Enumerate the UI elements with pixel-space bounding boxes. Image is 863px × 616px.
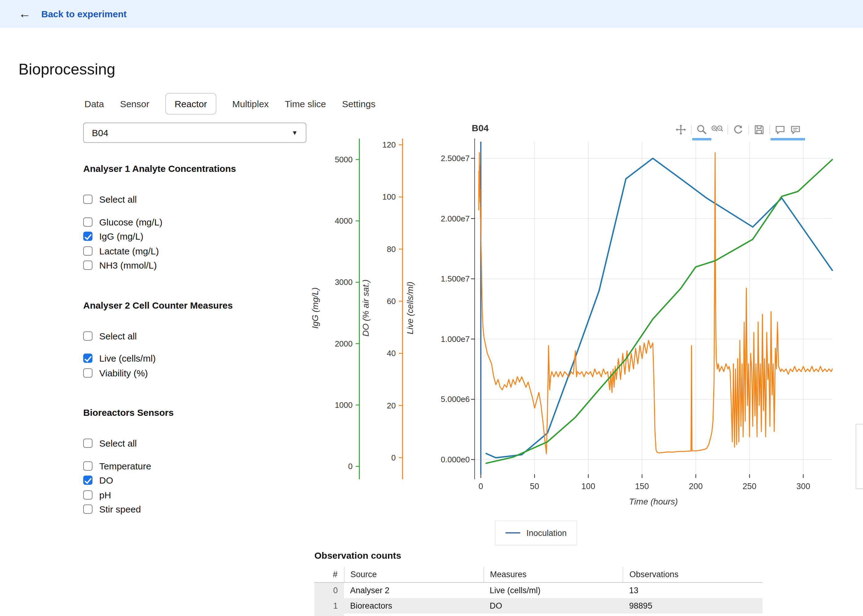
tab-reactor[interactable]: Reactor [165, 93, 216, 115]
series-do [479, 153, 832, 454]
svg-text:100: 100 [383, 192, 396, 201]
checkbox-item-live-cells-ml[interactable]: Live (cells/ml) [83, 351, 313, 366]
checkbox-select-all[interactable] [83, 195, 93, 204]
page-title: Bioprocessing [19, 60, 115, 78]
series-live-cells-ml [486, 158, 832, 458]
checkbox-label: pH [99, 490, 111, 500]
checkbox-item-select-all[interactable]: Select all [83, 192, 313, 207]
checkbox-nh3-mmol-l[interactable] [83, 261, 93, 270]
svg-text:1000: 1000 [335, 401, 353, 410]
modebar-separator [748, 125, 749, 134]
svg-text:5000: 5000 [335, 155, 353, 164]
filter-group-bioreactors-sensors: Bioreactors SensorsSelect allTemperature… [83, 407, 313, 517]
checkbox-item-select-all[interactable]: Select all [83, 328, 313, 343]
cell-index: 2 [314, 614, 344, 616]
inoculation-label: Inoculation [526, 528, 567, 537]
pan-icon[interactable] [673, 122, 688, 137]
col-header-observations: Observations [623, 567, 762, 582]
tab-multiplex[interactable]: Multiplex [232, 94, 269, 114]
zoom-in-out-icon[interactable] [710, 122, 725, 137]
reactor-chart[interactable]: 0.000e05.000e61.000e71.500e72.000e72.500… [296, 120, 863, 517]
observation-counts-table: # Source Measures Observations 0Analyser… [314, 567, 762, 616]
measure-filters: Analyser 1 Analyte ConcentrationsSelect … [83, 163, 313, 544]
back-to-experiment-link[interactable]: Back to experiment [41, 9, 127, 19]
checkbox-label: Stir speed [99, 504, 141, 515]
svg-text:B04: B04 [472, 123, 488, 133]
notes-icon[interactable] [772, 122, 788, 137]
checkbox-item-stir-speed[interactable]: Stir speed [83, 502, 313, 517]
cell-source: Analyser 1 [344, 614, 483, 616]
checkbox-label: Select all [99, 331, 137, 341]
svg-text:Time (hours): Time (hours) [629, 497, 678, 506]
tab-sensor[interactable]: Sensor [120, 94, 149, 114]
svg-text:2.000e7: 2.000e7 [441, 214, 470, 223]
svg-text:50: 50 [530, 482, 539, 491]
zoom-icon[interactable] [694, 122, 710, 137]
cell-observations: 98895 [623, 598, 762, 614]
tab-bar: DataSensorReactorMultiplexTime sliceSett… [85, 93, 375, 115]
cell-source: Bioreactors [344, 598, 483, 614]
checkbox-item-ph[interactable]: pH [83, 487, 313, 502]
checkbox-item-viability[interactable]: Viability (%) [83, 366, 313, 380]
tab-time-slice[interactable]: Time slice [285, 94, 326, 114]
chart-legend: Live (cells/ml)DOIgG (mg/L) [856, 424, 863, 489]
autoscale-icon[interactable] [731, 122, 746, 137]
checkbox-lactate-mg-l[interactable] [83, 247, 93, 256]
checkbox-item-igg-mg-l[interactable]: IgG (mg/L) [83, 229, 313, 244]
checkbox-do[interactable] [83, 476, 93, 485]
tab-settings[interactable]: Settings [342, 94, 375, 114]
cell-index: 0 [314, 582, 344, 598]
checkbox-ph[interactable] [83, 490, 93, 500]
checkbox-item-select-all[interactable]: Select all [83, 436, 313, 451]
observation-counts-section: Observation counts # Source Measures Obs… [314, 550, 762, 616]
checkbox-item-nh3-mmol-l[interactable]: NH3 (mmol/L) [83, 258, 313, 273]
inoculation-legend[interactable]: Inoculation [495, 520, 577, 545]
checkbox-item-do[interactable]: DO [83, 473, 313, 487]
checkbox-item-glucose-mg-l[interactable]: Glucose (mg/L) [83, 215, 313, 229]
checkbox-select-all[interactable] [83, 439, 93, 448]
chart-modebar [673, 121, 803, 137]
checkbox-item-temperature[interactable]: Temperature [83, 459, 313, 473]
checkbox-igg-mg-l[interactable] [83, 232, 93, 241]
reactor-select[interactable]: B04 ▼ [83, 123, 306, 143]
col-header-index: # [314, 567, 344, 582]
checkbox-item-lactate-mg-l[interactable]: Lactate (mg/L) [83, 244, 313, 258]
svg-text:80: 80 [387, 245, 396, 254]
back-arrow-icon[interactable]: ← [19, 7, 31, 21]
svg-text:Live (cells/ml): Live (cells/ml) [405, 281, 415, 334]
series-igg-mg-l [486, 160, 832, 463]
tab-data[interactable]: Data [85, 94, 104, 114]
checkbox-label: Lactate (mg/L) [99, 246, 159, 256]
svg-text:5.000e6: 5.000e6 [441, 394, 470, 404]
notes-alt-icon[interactable] [788, 122, 803, 137]
save-icon[interactable] [751, 122, 767, 137]
checkbox-stir-speed[interactable] [83, 505, 93, 514]
svg-text:60: 60 [387, 297, 396, 306]
table-row: 2Analyser 1IgG (mg/L)14 [314, 614, 762, 616]
svg-text:2000: 2000 [335, 339, 353, 348]
checkbox-glucose-mg-l[interactable] [83, 217, 93, 227]
svg-text:150: 150 [635, 482, 649, 491]
checkbox-label: DO [99, 475, 113, 486]
checkbox-label: Viability (%) [99, 368, 148, 378]
checkbox-select-all[interactable] [83, 332, 93, 341]
checkbox-label: Select all [99, 194, 137, 205]
checkbox-label: IgG (mg/L) [99, 231, 143, 242]
checkbox-live-cells-ml[interactable] [83, 354, 93, 363]
chart-area: 0.000e05.000e61.000e71.500e72.000e72.500… [296, 120, 863, 517]
group-heading: Analyser 2 Cell Counter Measures [83, 300, 313, 310]
checkbox-label: Select all [99, 438, 137, 449]
table-header-row: # Source Measures Observations [314, 567, 762, 582]
checkbox-temperature[interactable] [83, 461, 93, 471]
table-row: 0Analyser 2Live (cells/ml)13 [314, 582, 762, 598]
svg-text:250: 250 [742, 482, 756, 491]
col-header-measures: Measures [483, 567, 623, 582]
group-heading: Analyser 1 Analyte Concentrations [83, 163, 313, 174]
col-header-source: Source [344, 567, 483, 582]
cell-measures: IgG (mg/L) [483, 614, 623, 616]
checkbox-label: Glucose (mg/L) [99, 217, 162, 227]
modebar-separator [691, 125, 691, 134]
checkbox-viability[interactable] [83, 368, 93, 378]
svg-text:0.000e0: 0.000e0 [441, 455, 470, 464]
modebar-separator [728, 125, 728, 134]
